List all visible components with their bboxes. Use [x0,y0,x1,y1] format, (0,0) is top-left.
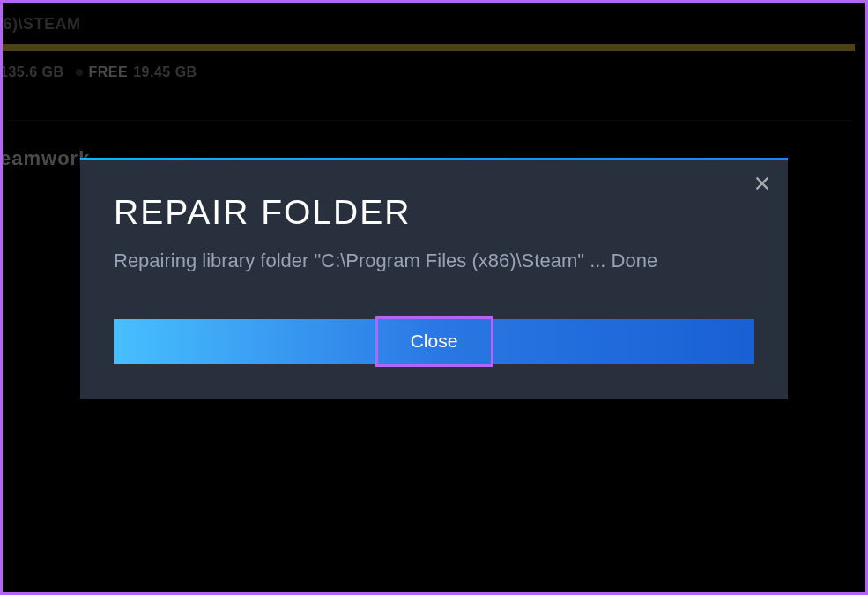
modal-title: REPAIR FOLDER [114,193,754,232]
repair-folder-dialog: REPAIR FOLDER Repairing library folder "… [80,158,788,399]
close-button-label: Close [411,331,458,351]
modal-overlay: REPAIR FOLDER Repairing library folder "… [3,3,865,592]
modal-message: Repairing library folder "C:\Program Fil… [114,248,754,275]
close-button[interactable]: Close [114,319,754,364]
modal-content: REPAIR FOLDER Repairing library folder "… [80,160,788,399]
close-icon[interactable] [753,174,772,193]
